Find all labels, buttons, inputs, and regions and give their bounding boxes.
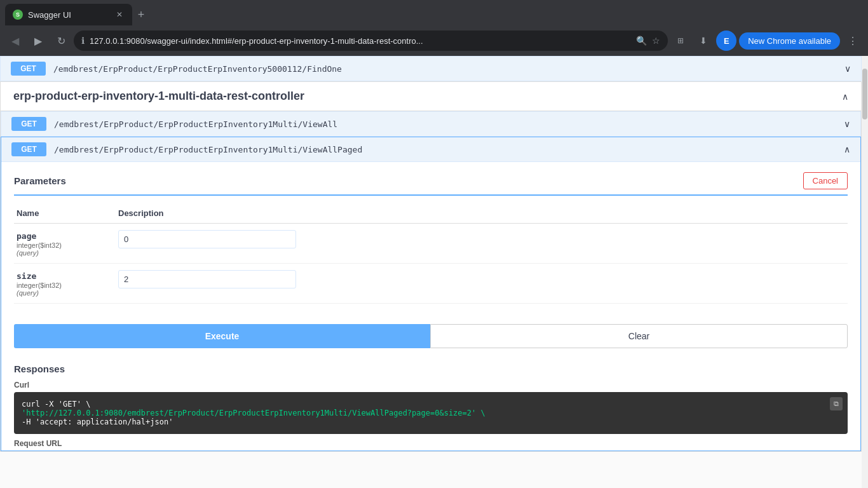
nav-actions: ⊞ ⬇ E New Chrome available ⋮ xyxy=(670,30,863,51)
page-content: GET /emdbrest/ErpProduct/ErpProductErpIn… xyxy=(0,56,868,488)
param-size-input[interactable] xyxy=(118,270,296,288)
param-size-input-cell xyxy=(116,264,848,304)
action-buttons: Execute Clear xyxy=(14,324,848,348)
curl-label: Curl xyxy=(14,381,848,390)
tab-close-button[interactable]: ✕ xyxy=(114,10,125,20)
top-endpoint-path: /emdbrest/ErpProduct/ErpProductErpInvent… xyxy=(53,64,844,74)
controller-header[interactable]: erp-product-erp-inventory-1-multi-data-r… xyxy=(1,82,861,111)
controller-title: erp-product-erp-inventory-1-multi-data-r… xyxy=(13,90,842,103)
bookmark-icon[interactable]: ☆ xyxy=(652,36,660,46)
curl-line3: -H 'accept: application/hal+json' xyxy=(22,417,840,426)
back-button[interactable]: ◀ xyxy=(5,30,25,51)
param-page-name-cell: page integer($int32) (query) xyxy=(14,224,116,264)
param-row-page: page integer($int32) (query) xyxy=(14,224,848,264)
swagger-body: GET /emdbrest/ErpProduct/ErpProductErpIn… xyxy=(0,56,862,452)
tab-title: Swagger UI xyxy=(28,10,71,20)
address-bar[interactable]: ℹ 127.0.0.1:9080/swagger-ui/index.html#/… xyxy=(74,30,668,51)
get-viewallpaged-path: /emdbrest/ErpProduct/ErpProductErpInvent… xyxy=(54,145,844,154)
download-button[interactable]: ⬇ xyxy=(693,30,714,51)
viewallpaged-chevron-icon: ∧ xyxy=(844,144,850,154)
param-size-type: integer($int32) xyxy=(17,281,113,289)
clear-button[interactable]: Clear xyxy=(430,324,848,348)
param-page-input-cell xyxy=(116,224,848,264)
curl-line2: 'http://127.0.0.1:9080/emdbrest/ErpProdu… xyxy=(22,409,840,417)
params-title: Parameters xyxy=(14,175,66,186)
nav-bar: ◀ ▶ ↻ ℹ 127.0.0.1:9080/swagger-ui/index.… xyxy=(0,25,868,56)
forward-button[interactable]: ▶ xyxy=(28,30,48,51)
get-viewallpaged-header[interactable]: GET /emdbrest/ErpProduct/ErpProductErpIn… xyxy=(1,137,860,162)
extensions-button[interactable]: ⊞ xyxy=(670,30,691,51)
curl-line1: curl -X 'GET' \ xyxy=(22,400,840,409)
param-page-query: (query) xyxy=(17,249,113,257)
param-size-name: size xyxy=(17,271,36,281)
search-icon[interactable]: 🔍 xyxy=(636,36,647,46)
controller-section: erp-product-erp-inventory-1-multi-data-r… xyxy=(0,81,862,452)
copy-curl-button[interactable]: ⧉ xyxy=(830,397,843,410)
parameters-section: Parameters Cancel Name Description xyxy=(1,162,860,314)
params-header: Parameters Cancel xyxy=(14,172,848,196)
get-badge-paged: GET xyxy=(11,142,46,156)
tab-favicon: S xyxy=(13,10,23,20)
curl-block: curl -X 'GET' \ 'http://127.0.0.1:9080/e… xyxy=(14,392,848,434)
profile-button[interactable]: E xyxy=(716,30,736,51)
main-scroll-area[interactable]: GET /emdbrest/ErpProduct/ErpProductErpIn… xyxy=(0,56,862,488)
execute-button[interactable]: Execute xyxy=(14,324,430,348)
param-size-name-cell: size integer($int32) (query) xyxy=(14,264,116,304)
new-tab-button[interactable]: + xyxy=(132,6,150,24)
get-viewall-path: /emdbrest/ErpProduct/ErpProductErpInvent… xyxy=(54,119,844,129)
param-size-query: (query) xyxy=(17,289,113,297)
get-badge-viewall: GET xyxy=(11,117,46,131)
param-page-type: integer($int32) xyxy=(17,241,113,249)
top-chevron-icon: ∨ xyxy=(844,64,851,74)
top-endpoint-row[interactable]: GET /emdbrest/ErpProduct/ErpProductErpIn… xyxy=(0,56,862,81)
responses-section: Responses xyxy=(1,358,860,374)
address-text: 127.0.0.1:9080/swagger-ui/index.html#/er… xyxy=(90,36,631,46)
new-chrome-button[interactable]: New Chrome available xyxy=(739,32,840,50)
swagger-tab[interactable]: S Swagger UI ✕ xyxy=(5,4,132,25)
param-row-size: size integer($int32) (query) xyxy=(14,264,848,304)
viewall-chevron-icon: ∨ xyxy=(844,119,850,129)
params-table: Name Description page integer($int32) xyxy=(14,203,848,304)
request-url-label: Request URL xyxy=(1,437,860,451)
lock-icon: ℹ xyxy=(81,36,85,46)
col-description-header: Description xyxy=(116,203,848,224)
controller-chevron-icon: ∧ xyxy=(842,92,848,102)
get-viewallpaged-expanded: GET /emdbrest/ErpProduct/ErpProductErpIn… xyxy=(1,137,861,451)
param-page-name: page xyxy=(17,231,36,241)
reload-button[interactable]: ↻ xyxy=(51,30,71,51)
get-badge-top: GET xyxy=(11,62,46,76)
cancel-button[interactable]: Cancel xyxy=(803,172,848,189)
menu-button[interactable]: ⋮ xyxy=(843,30,863,51)
responses-title: Responses xyxy=(14,363,848,374)
scrollbar-thumb[interactable] xyxy=(862,69,867,119)
col-name-header: Name xyxy=(14,203,116,224)
scrollbar[interactable] xyxy=(862,56,868,488)
get-viewall-row[interactable]: GET /emdbrest/ErpProduct/ErpProductErpIn… xyxy=(1,111,861,137)
param-page-input[interactable] xyxy=(118,230,296,248)
tab-bar: S Swagger UI ✕ + xyxy=(0,0,868,25)
